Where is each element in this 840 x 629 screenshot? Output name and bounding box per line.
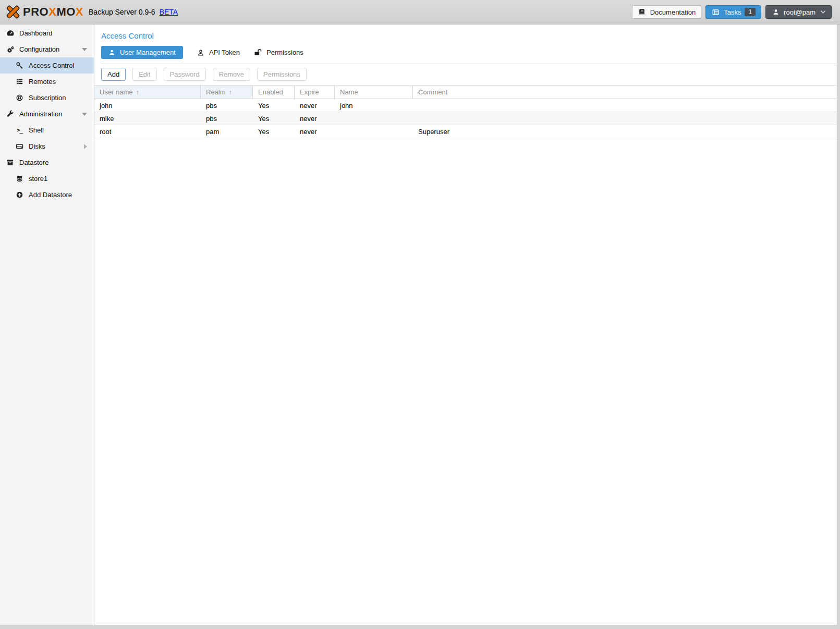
user-menu-label: root@pam — [784, 8, 815, 16]
sidebar-item-remotes[interactable]: Remotes — [0, 74, 94, 90]
sidebar-label: store1 — [29, 175, 47, 183]
dashboard-gauge-icon — [6, 29, 15, 38]
sidebar-label: Disks — [29, 142, 45, 150]
user-icon — [771, 8, 780, 16]
edit-button: Edit — [132, 68, 156, 81]
tasks-label: Tasks — [724, 8, 741, 16]
sidebar: Dashboard Configuration Access Control — [0, 25, 94, 625]
cell-enabled: Yes — [253, 125, 295, 138]
sidebar-item-datastore[interactable]: Datastore — [0, 154, 94, 171]
cell-username: mike — [94, 112, 201, 125]
sidebar-label: Administration — [19, 110, 62, 118]
archive-box-icon — [6, 159, 15, 167]
wrench-icon — [6, 110, 15, 118]
table-row[interactable]: mike pbs Yes never — [94, 112, 837, 125]
cell-realm: pbs — [201, 112, 253, 125]
sidebar-item-access-control[interactable]: Access Control — [0, 57, 94, 74]
sidebar-label: Access Control — [29, 62, 74, 69]
sort-asc-icon: ↑ — [136, 88, 140, 96]
users-table: User name ↑ Realm ↑ Enabled Expire Name — [94, 85, 837, 138]
sidebar-label: Add Datastore — [29, 191, 72, 199]
brand-wordmark: PROXMOX — [23, 5, 83, 19]
user-outline-icon — [197, 49, 204, 56]
page-title: Access Control — [101, 31, 837, 40]
permissions-button: Permissions — [257, 68, 307, 81]
plus-circle-icon — [15, 191, 24, 199]
cell-expire: never — [295, 125, 335, 138]
app-window: PROXMOX Backup Server 0.9-6 BETA Documen… — [0, 0, 840, 629]
tab-permissions[interactable]: Permissions — [254, 46, 303, 59]
tasks-button[interactable]: Tasks 1 — [705, 5, 761, 19]
user-icon — [108, 49, 115, 56]
sidebar-item-configuration[interactable]: Configuration — [0, 41, 94, 57]
cell-name: john — [335, 99, 413, 112]
toolbar: Add Edit Password Remove Permissions — [94, 64, 837, 85]
tab-user-management[interactable]: User Management — [101, 46, 183, 59]
cell-username: root — [94, 125, 201, 138]
user-menu-button[interactable]: root@pam — [765, 5, 832, 19]
key-icon — [15, 62, 24, 70]
password-button: Password — [164, 68, 206, 81]
cell-name — [335, 125, 413, 138]
terminal-icon: >_ — [15, 126, 24, 135]
sidebar-item-add-datastore[interactable]: Add Datastore — [0, 187, 94, 203]
database-icon — [15, 175, 24, 183]
table-row[interactable]: john pbs Yes never john — [94, 99, 837, 112]
tab-label: User Management — [120, 49, 176, 56]
sidebar-label: Datastore — [19, 159, 48, 166]
sort-asc-icon: ↑ — [229, 88, 233, 96]
column-header-realm[interactable]: Realm ↑ — [201, 86, 253, 99]
column-header-username[interactable]: User name ↑ — [94, 86, 201, 99]
beta-link[interactable]: BETA — [160, 8, 178, 16]
cell-enabled: Yes — [253, 99, 295, 112]
add-button[interactable]: Add — [101, 68, 126, 81]
life-ring-icon — [15, 94, 24, 102]
cell-comment — [413, 99, 837, 112]
unlock-icon — [254, 49, 262, 56]
column-header-enabled[interactable]: Enabled — [253, 86, 295, 99]
sidebar-item-disks[interactable]: Disks — [0, 138, 94, 154]
gears-icon — [6, 45, 15, 54]
remove-button: Remove — [213, 68, 250, 81]
sidebar-item-subscription[interactable]: Subscription — [0, 90, 94, 106]
task-list-icon — [711, 8, 720, 16]
tasks-count-badge: 1 — [745, 8, 756, 16]
chevron-down-icon — [820, 10, 826, 14]
main-panel: Access Control User Management API Token — [94, 25, 837, 625]
cell-username: john — [94, 99, 201, 112]
column-header-comment[interactable]: Comment — [413, 86, 837, 99]
collapse-caret-icon[interactable] — [82, 48, 87, 51]
sidebar-label: Configuration — [19, 45, 59, 53]
tab-label: Permissions — [266, 49, 303, 56]
book-icon — [638, 8, 647, 16]
cell-comment — [413, 112, 837, 125]
sidebar-label: Shell — [29, 126, 44, 134]
sidebar-label: Dashboard — [19, 29, 53, 37]
tab-api-token[interactable]: API Token — [197, 46, 240, 59]
cell-expire: never — [295, 112, 335, 125]
sidebar-item-administration[interactable]: Administration — [0, 106, 94, 122]
sidebar-item-dashboard[interactable]: Dashboard — [0, 25, 94, 41]
collapse-caret-icon[interactable] — [82, 113, 87, 116]
column-header-expire[interactable]: Expire — [295, 86, 335, 99]
documentation-label: Documentation — [650, 8, 696, 16]
hard-drive-icon — [15, 142, 24, 151]
cell-enabled: Yes — [253, 112, 295, 125]
proxmox-logo: PROXMOX — [5, 4, 83, 20]
sidebar-label: Remotes — [29, 78, 56, 86]
product-name: Backup Server 0.9-6 — [89, 8, 155, 16]
expand-caret-icon[interactable] — [84, 144, 87, 149]
proxmox-x-icon — [5, 4, 21, 20]
cell-expire: never — [295, 99, 335, 112]
tab-bar: User Management API Token Permissions — [101, 46, 837, 64]
sidebar-item-store1[interactable]: store1 — [0, 171, 94, 187]
sidebar-label: Subscription — [29, 94, 66, 102]
sidebar-item-shell[interactable]: >_ Shell — [0, 122, 94, 138]
column-header-name[interactable]: Name — [335, 86, 413, 99]
documentation-button[interactable]: Documentation — [632, 5, 701, 19]
cell-realm: pam — [201, 125, 253, 138]
list-icon — [15, 78, 24, 86]
table-row[interactable]: root pam Yes never Superuser — [94, 125, 837, 138]
cell-name — [335, 112, 413, 125]
top-header: PROXMOX Backup Server 0.9-6 BETA Documen… — [0, 0, 840, 25]
